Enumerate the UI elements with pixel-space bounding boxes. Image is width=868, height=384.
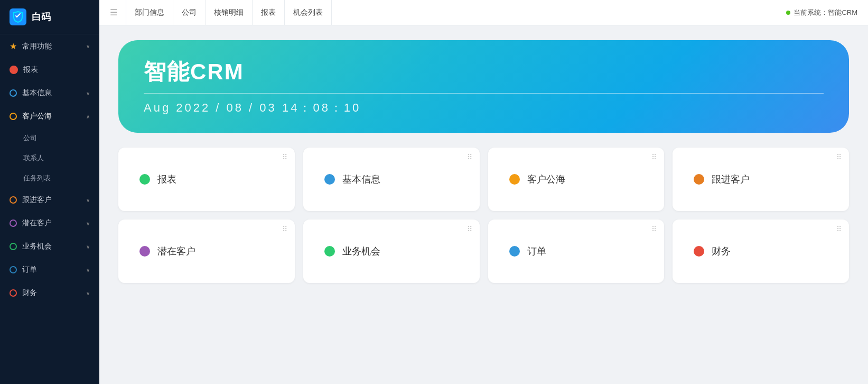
system-status-label: 当前系统：智能CRM <box>794 8 857 17</box>
banner: 智能CRM Aug 2022 / 08 / 03 14：08：10 <box>118 40 849 133</box>
chevron-icon: ∨ <box>86 267 90 273</box>
svg-rect-0 <box>10 8 26 25</box>
sidebar-item-reports[interactable]: 报表 <box>0 58 99 81</box>
module-dot-icon <box>694 246 704 257</box>
banner-divider <box>144 93 824 94</box>
topnav: ☰ 部门信息 公司 核销明细 报表 机会列表 当前系统：智能CRM <box>99 0 868 25</box>
sidebar-label-orders: 订单 <box>22 265 37 275</box>
chevron-icon: ∨ <box>86 90 90 96</box>
drag-icon: ⠿ <box>651 153 657 161</box>
module-card-finance[interactable]: ⠿ 财务 <box>673 220 849 283</box>
sidebar-subitem-contact[interactable]: 联系人 <box>0 148 99 168</box>
banner-datetime: Aug 2022 / 08 / 03 14：08：10 <box>144 100 824 116</box>
module-label-reports: 报表 <box>157 173 176 186</box>
dot-icon <box>10 113 17 120</box>
module-label-business: 业务机会 <box>342 245 380 258</box>
drag-icon: ⠿ <box>651 225 657 233</box>
sidebar-item-common[interactable]: ★ 常用功能 ∨ <box>0 34 99 58</box>
module-label-finance: 财务 <box>712 245 731 258</box>
chevron-icon: ∨ <box>86 221 90 226</box>
dot-icon <box>10 196 17 204</box>
module-card-customer-sea[interactable]: ⠿ 客户公海 <box>488 148 665 211</box>
star-icon: ★ <box>10 41 17 51</box>
sidebar-item-business[interactable]: 业务机会 ∨ <box>0 235 99 258</box>
topnav-item-reports[interactable]: 报表 <box>253 0 285 25</box>
sidebar-label-common: 常用功能 <box>22 42 52 51</box>
menu-icon[interactable]: ☰ <box>110 7 117 17</box>
module-card-follow-customer[interactable]: ⠿ 跟进客户 <box>673 148 849 211</box>
sidebar-label-finance: 财务 <box>22 288 37 298</box>
topnav-item-company[interactable]: 公司 <box>173 0 206 25</box>
topnav-right: 当前系统：智能CRM <box>786 8 857 17</box>
module-label-orders: 订单 <box>527 245 546 258</box>
logo: 白码 <box>0 0 99 34</box>
module-dot-icon <box>694 174 704 185</box>
module-dot-icon <box>139 246 150 257</box>
module-label-customer-sea: 客户公海 <box>527 173 565 186</box>
dot-icon <box>10 66 18 74</box>
module-label-follow: 跟进客户 <box>712 173 750 186</box>
sidebar-label-customer-sea: 客户公海 <box>22 112 52 121</box>
chevron-icon: ∨ <box>86 197 90 203</box>
topnav-item-opportunities[interactable]: 机会列表 <box>285 0 332 25</box>
chevron-icon: ∨ <box>86 43 90 49</box>
sidebar-subitem-tasklist[interactable]: 任务列表 <box>0 168 99 188</box>
chevron-icon: ∨ <box>86 290 90 296</box>
sidebar-label-potential: 潜在客户 <box>22 218 52 228</box>
module-dot-icon <box>324 246 335 257</box>
sidebar-item-follow-customer[interactable]: 跟进客户 ∨ <box>0 188 99 212</box>
module-dot-icon <box>509 246 520 257</box>
module-dot-icon <box>324 174 335 185</box>
module-card-orders[interactable]: ⠿ 订单 <box>488 220 665 283</box>
sidebar-item-finance[interactable]: 财务 ∨ <box>0 281 99 305</box>
sidebar-item-potential[interactable]: 潜在客户 ∨ <box>0 212 99 235</box>
sidebar-label-follow: 跟进客户 <box>22 195 52 205</box>
chevron-icon: ∧ <box>86 114 90 120</box>
topnav-left: ☰ 部门信息 公司 核销明细 报表 机会列表 <box>110 0 332 25</box>
logo-text: 白码 <box>32 11 51 23</box>
sidebar-label-basic-info: 基本信息 <box>22 88 52 98</box>
chevron-icon: ∨ <box>86 244 90 250</box>
sidebar-label-reports: 报表 <box>23 65 38 75</box>
sidebar-label-business: 业务机会 <box>22 242 52 251</box>
drag-icon: ⠿ <box>836 225 842 233</box>
module-grid: ⠿ 报表 ⠿ 基本信息 ⠿ 客户公海 ⠿ 跟进客户 ⠿ <box>118 148 849 283</box>
drag-icon: ⠿ <box>467 225 472 233</box>
sidebar: 白码 ★ 常用功能 ∨ 报表 基本信息 ∨ 客户公海 ∧ 公司 联系人 任务列表 <box>0 0 99 384</box>
banner-title: 智能CRM <box>144 57 824 87</box>
status-dot <box>786 11 790 15</box>
main-content: ☰ 部门信息 公司 核销明细 报表 机会列表 当前系统：智能CRM 智能CRM … <box>99 0 868 384</box>
module-card-potential[interactable]: ⠿ 潜在客户 <box>118 220 295 283</box>
drag-icon: ⠿ <box>282 153 287 161</box>
module-dot-icon <box>509 174 520 185</box>
sidebar-item-basic-info[interactable]: 基本信息 ∨ <box>0 81 99 105</box>
sidebar-subitem-company[interactable]: 公司 <box>0 128 99 148</box>
module-dot-icon <box>139 174 150 185</box>
module-card-reports[interactable]: ⠿ 报表 <box>118 148 295 211</box>
dot-icon <box>10 289 17 297</box>
module-label-basic-info: 基本信息 <box>342 173 380 186</box>
topnav-item-dept[interactable]: 部门信息 <box>126 0 173 25</box>
sidebar-item-customer-sea[interactable]: 客户公海 ∧ <box>0 105 99 128</box>
dot-icon <box>10 220 17 227</box>
content-area: 智能CRM Aug 2022 / 08 / 03 14：08：10 ⠿ 报表 ⠿… <box>99 25 868 384</box>
module-label-potential: 潜在客户 <box>157 245 195 258</box>
topnav-items: 部门信息 公司 核销明细 报表 机会列表 <box>126 0 332 25</box>
topnav-item-verify[interactable]: 核销明细 <box>206 0 253 25</box>
drag-icon: ⠿ <box>282 225 287 233</box>
drag-icon: ⠿ <box>467 153 472 161</box>
dot-icon <box>10 243 17 250</box>
drag-icon: ⠿ <box>836 153 842 161</box>
dot-icon <box>10 266 17 273</box>
sidebar-item-orders[interactable]: 订单 ∨ <box>0 258 99 281</box>
module-card-business[interactable]: ⠿ 业务机会 <box>303 220 480 283</box>
logo-icon <box>10 8 26 25</box>
dot-icon <box>10 89 17 97</box>
module-card-basic-info[interactable]: ⠿ 基本信息 <box>303 148 480 211</box>
